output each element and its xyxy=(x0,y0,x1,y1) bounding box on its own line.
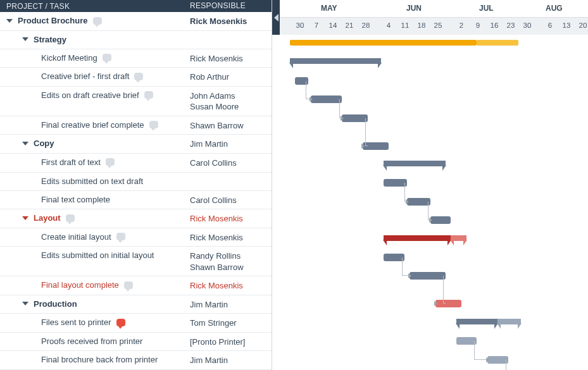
comment-icon[interactable] xyxy=(103,54,111,61)
comment-icon[interactable] xyxy=(149,121,158,128)
comment-icon[interactable] xyxy=(124,281,133,289)
gantt-summary-bar[interactable] xyxy=(451,235,466,241)
task-name: Copy xyxy=(34,139,54,148)
day-label: 14 xyxy=(329,22,337,29)
comment-icon[interactable] xyxy=(93,17,102,25)
header-task[interactable]: PROJECT / TASK xyxy=(0,2,190,11)
task-row[interactable]: Final text completeCarol Collins xyxy=(0,191,272,210)
task-row[interactable]: Edits submitted on text draft xyxy=(0,173,272,191)
day-label: 4 xyxy=(387,22,391,29)
day-label: 30 xyxy=(296,22,304,29)
gantt-summary-bar[interactable] xyxy=(497,319,521,324)
header-responsible[interactable]: RESPONSIBLE xyxy=(190,1,272,11)
caret-down-icon[interactable] xyxy=(22,142,28,145)
gantt-summary-bar[interactable] xyxy=(456,319,498,324)
day-label: 9 xyxy=(476,22,480,29)
task-row[interactable]: Create initial layoutRick Mosenkis xyxy=(0,228,272,247)
task-name: Final brochure back from printer xyxy=(41,355,158,364)
comment-icon[interactable] xyxy=(106,158,115,166)
task-name: Files sent to printer xyxy=(41,318,111,327)
gantt-task-bar[interactable] xyxy=(435,300,461,307)
responsible-cell: Rick Mosenkis xyxy=(190,232,272,244)
caret-down-icon[interactable] xyxy=(22,216,28,220)
gantt-summary-bar[interactable] xyxy=(384,235,451,241)
gantt-project-bar[interactable] xyxy=(477,40,518,46)
responsible-cell: Shawn Barrow xyxy=(190,120,272,132)
task-row[interactable]: First draft of textCarol Collins xyxy=(0,154,272,173)
gantt-task-bar[interactable] xyxy=(410,272,446,280)
comment-icon[interactable] xyxy=(144,91,153,99)
gantt-summary-bar[interactable] xyxy=(384,161,446,166)
day-label: 13 xyxy=(563,22,571,29)
day-label: 16 xyxy=(491,22,499,29)
comment-icon[interactable] xyxy=(134,73,143,80)
month-label: JUN xyxy=(406,4,422,13)
task-row[interactable]: Final creative brief completeShawn Barro… xyxy=(0,116,272,135)
dependency-arrow-icon xyxy=(310,97,313,102)
task-name: Kickoff Meeting xyxy=(41,53,97,63)
task-name: Proofs received from printer xyxy=(41,336,142,346)
responsible-cell: Rick Mosenkis xyxy=(190,213,272,225)
caret-down-icon[interactable] xyxy=(6,19,13,23)
gantt-project-bar[interactable] xyxy=(290,40,477,46)
task-row[interactable]: ProductionJim Martin xyxy=(0,295,272,314)
task-name: Final layout complete xyxy=(41,280,119,290)
comment-icon[interactable] xyxy=(66,214,75,222)
responsible-cell: Jim Martin xyxy=(190,139,272,150)
left-header: PROJECT / TASK RESPONSIBLE xyxy=(0,0,272,12)
task-name: Product Brochure xyxy=(18,16,88,25)
responsible-cell: Tom Stringer xyxy=(190,318,272,329)
task-row[interactable]: Files sent to printerTom Stringer xyxy=(0,314,272,333)
dependency-arrow-icon xyxy=(341,116,344,121)
gantt-task-bar[interactable] xyxy=(311,96,342,103)
task-row[interactable]: LayoutRick Mosenkis xyxy=(0,209,272,228)
caret-down-icon[interactable] xyxy=(22,302,28,305)
gantt-task-bar[interactable] xyxy=(384,179,407,187)
gantt-summary-bar[interactable] xyxy=(290,58,381,64)
task-name: Edits on draft creative brief xyxy=(41,90,139,100)
responsible-cell: [Pronto Printer] xyxy=(190,336,272,348)
dependency-link xyxy=(474,341,487,359)
day-label: 21 xyxy=(346,22,354,29)
task-row[interactable]: Final layout completeRick Mosenkis xyxy=(0,276,272,295)
day-label: 23 xyxy=(507,22,515,29)
comment-icon[interactable] xyxy=(116,233,125,240)
task-row[interactable]: Kickoff MeetingRick Mosenkis xyxy=(0,49,272,68)
chevron-left-icon xyxy=(274,14,278,22)
task-row[interactable]: Final brochure back from printerJim Mart… xyxy=(0,351,272,370)
gantt-task-bar[interactable] xyxy=(407,198,430,206)
comment-icon[interactable] xyxy=(116,319,125,326)
day-label: 20 xyxy=(579,22,587,29)
dependency-arrow-icon xyxy=(408,273,411,278)
task-panel: PROJECT / TASK RESPONSIBLE Product Broch… xyxy=(0,0,272,370)
day-label: 25 xyxy=(434,22,442,29)
collapse-left-button[interactable] xyxy=(272,0,280,35)
task-row[interactable]: Edits on draft creative briefJohn AdamsS… xyxy=(0,87,272,116)
day-label: 28 xyxy=(362,22,370,29)
task-row[interactable]: Creative brief - first draftRob Arthur xyxy=(0,68,272,87)
gantt-task-bar[interactable] xyxy=(430,216,451,224)
gantt-task-bar[interactable] xyxy=(342,114,368,122)
task-row[interactable]: Strategy xyxy=(0,31,272,49)
dependency-arrow-icon xyxy=(406,199,409,204)
task-row[interactable]: CopyJim Martin xyxy=(0,135,272,154)
day-label: 6 xyxy=(548,22,552,29)
timeline-header: MAYJUNJULAUG 307142128411182529162330613… xyxy=(272,0,588,35)
task-row[interactable]: Proofs received from printer[Pronto Prin… xyxy=(0,333,272,352)
task-row[interactable]: Product BrochureRick Mosenkis xyxy=(0,12,272,31)
responsible-cell: Rob Arthur xyxy=(190,71,272,83)
dependency-link xyxy=(443,276,446,304)
gantt-chart[interactable] xyxy=(272,35,588,370)
day-scale: 30714212841118252916233061320 xyxy=(280,17,588,35)
responsible-cell: Randy RollinsShawn Barrow xyxy=(190,250,272,273)
task-name: Creative brief - first draft xyxy=(41,71,129,81)
caret-down-icon[interactable] xyxy=(22,37,28,41)
task-name: Final text complete xyxy=(41,195,110,204)
month-scale: MAYJUNJULAUG xyxy=(280,0,588,17)
month-label: JUL xyxy=(479,4,494,13)
responsible-cell: Rick Mosenkis xyxy=(190,53,272,65)
task-row[interactable]: Edits submitted on initial layoutRandy R… xyxy=(0,247,272,276)
responsible-cell: Carol Collins xyxy=(190,157,272,169)
responsible-cell: Rick Mosenkis xyxy=(190,280,272,292)
task-name: Edits submitted on initial layout xyxy=(41,250,154,260)
